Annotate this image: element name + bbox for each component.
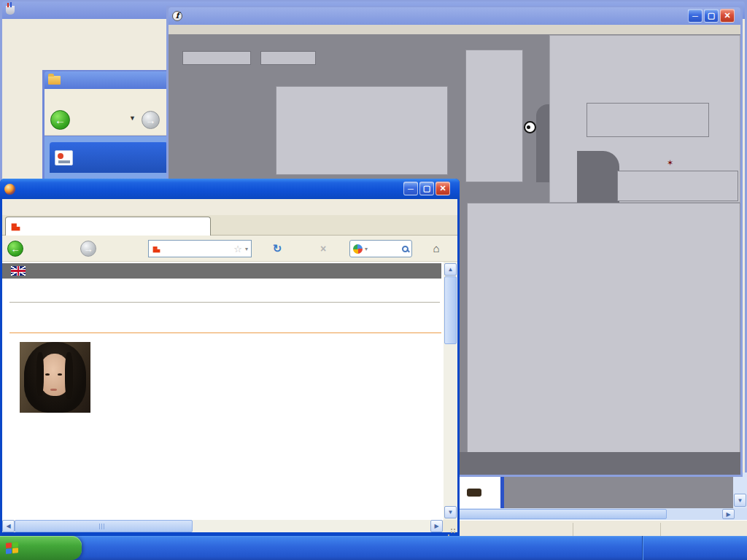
folder-icon xyxy=(48,76,61,85)
home-icon: ⌂ xyxy=(433,244,439,254)
star-sprite: ✶ xyxy=(667,158,673,168)
firefox-app-icon xyxy=(4,184,15,195)
firefox-menubar xyxy=(2,199,457,215)
bg-hscroll-thumb[interactable] xyxy=(458,509,667,519)
urlbar-favicon xyxy=(153,245,160,252)
image-tasks-panel-header[interactable] xyxy=(50,142,168,173)
bg-scroll-right-button[interactable]: ▶ xyxy=(722,509,735,519)
view-scores-panel xyxy=(465,50,523,182)
bg-hscrollbar[interactable]: ▶ xyxy=(458,508,747,520)
scroll-down-button[interactable]: ▼ xyxy=(444,506,457,518)
search-bar[interactable]: ▾ xyxy=(349,240,412,257)
location-bar[interactable]: ☆ ▾ xyxy=(148,240,252,257)
statusbar-divider xyxy=(660,523,661,536)
flash-menustrip xyxy=(169,25,740,34)
firefox-tabstrip xyxy=(2,215,457,236)
hscroll-thumb[interactable] xyxy=(15,520,193,532)
desktop: ← ▼ → ▼ ▶ xyxy=(0,0,747,560)
search-engine-dropdown-icon[interactable]: ▾ xyxy=(365,246,368,252)
bg-statusbar xyxy=(458,520,747,537)
page-vscrollbar[interactable]: ▲ ▼ xyxy=(444,262,457,520)
scroll-up-button[interactable]: ▲ xyxy=(444,263,457,276)
download-status-box xyxy=(587,103,709,137)
resize-grip[interactable] xyxy=(443,520,457,532)
profile-right-col xyxy=(2,262,447,520)
flash-titlebar[interactable]: f ─ ▢ ✕ xyxy=(169,7,740,25)
statusbar-divider xyxy=(573,523,573,536)
flash-close-button[interactable]: ✕ xyxy=(720,9,735,23)
firefox-maximize-button[interactable]: ▢ xyxy=(419,182,434,195)
game-shape xyxy=(577,151,619,203)
scroll-left-button[interactable]: ◀ xyxy=(2,520,15,532)
firefox-close-button[interactable]: ✕ xyxy=(436,182,450,195)
page-content: ▲ ▼ xyxy=(2,262,457,520)
page-hscrollbar[interactable]: ◀ ▶ xyxy=(2,520,457,532)
back-dropdown-icon[interactable]: ▼ xyxy=(129,114,136,122)
browser-tab[interactable] xyxy=(5,217,211,236)
google-logo-icon xyxy=(353,244,363,254)
search-magnifier-icon[interactable] xyxy=(402,246,409,252)
stop-button[interactable]: × xyxy=(301,236,345,261)
bg-scroll-down-button[interactable]: ▼ xyxy=(734,494,746,507)
back-arrow-icon: ← xyxy=(7,241,23,257)
start-button[interactable] xyxy=(0,536,82,560)
urlbar-dropdown-icon[interactable]: ▾ xyxy=(245,246,248,252)
windows-logo-icon xyxy=(6,542,18,554)
game-shape xyxy=(536,104,551,182)
vgr-favicon xyxy=(12,222,20,231)
bookmark-star-icon[interactable]: ☆ xyxy=(233,244,242,254)
image-tasks-icon xyxy=(55,150,73,166)
firefox-titlebar[interactable]: ─ ▢ ✕ xyxy=(0,179,460,199)
background-browser-window: ▼ ▶ xyxy=(458,472,747,537)
firefox-navbar: ← → ☆ ▾ ↻ × ▾ xyxy=(2,236,457,262)
reload-button[interactable]: ↻ xyxy=(255,236,300,261)
episode-scores-panel xyxy=(276,86,448,175)
highscores-panel: ✶ xyxy=(549,35,740,203)
firefox-window: ─ ▢ ✕ ← → ☆ ▾ xyxy=(0,179,460,536)
home-button[interactable]: ⌂ xyxy=(415,236,457,261)
flash-minimize-button[interactable]: ─ xyxy=(688,9,703,23)
scroll-right-button[interactable]: ▶ xyxy=(430,520,443,532)
nav-forward-button[interactable]: → xyxy=(80,237,146,260)
flash-maximize-button[interactable]: ▢ xyxy=(704,9,719,23)
firefox-minimize-button[interactable]: ─ xyxy=(403,182,418,195)
taskbar xyxy=(0,536,747,560)
paint-app-icon xyxy=(6,6,15,15)
system-tray xyxy=(642,536,747,560)
game-ball-sprite xyxy=(524,121,536,133)
forward-button[interactable]: → xyxy=(142,111,160,129)
flash-app-icon: f xyxy=(172,11,182,21)
reload-icon: ↻ xyxy=(273,244,282,254)
back-button[interactable]: ← xyxy=(50,110,70,130)
nav-back-button[interactable]: ← xyxy=(5,237,78,260)
bg-grid-area xyxy=(458,472,747,508)
stop-icon: × xyxy=(320,244,326,254)
bg-vscrollbar[interactable]: ▼ xyxy=(733,472,747,508)
forward-arrow-icon: → xyxy=(80,241,96,257)
progress-legend-box xyxy=(617,171,738,201)
select-episode-panel xyxy=(467,203,740,456)
vscroll-thumb[interactable] xyxy=(444,276,457,344)
